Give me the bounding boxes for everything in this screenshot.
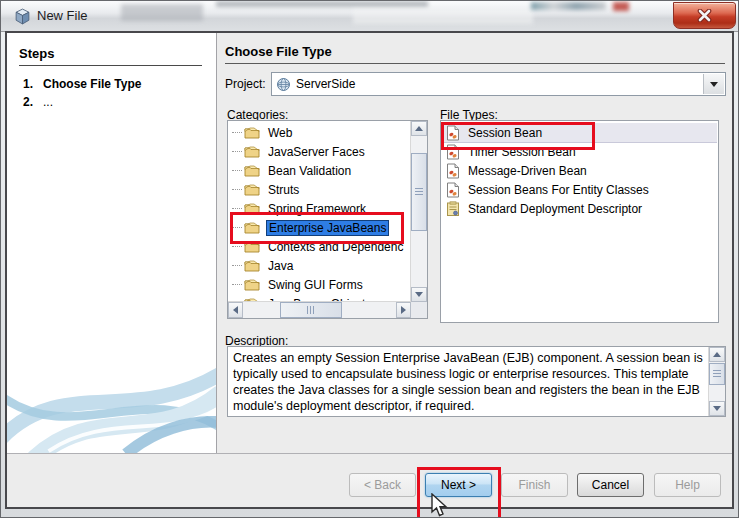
project-label: Project: xyxy=(225,77,266,91)
bean-file-icon xyxy=(446,163,460,179)
folder-icon xyxy=(244,278,260,291)
category-item[interactable]: Swing GUI Forms xyxy=(228,275,410,294)
scrollbar-grip xyxy=(415,188,423,197)
description-box[interactable]: Creates an empty Session Enterprise Java… xyxy=(227,346,726,417)
scroll-down-button[interactable] xyxy=(411,287,427,302)
arrow-up-icon xyxy=(713,348,721,357)
main-panel: Choose File Type Project: ServerSide Cat… xyxy=(217,33,732,454)
category-item[interactable]: JavaServer Faces xyxy=(228,142,410,161)
categories-list[interactable]: WebJavaServer FacesBean ValidationStruts… xyxy=(227,120,428,319)
arrow-up-icon xyxy=(415,122,423,131)
close-x-icon xyxy=(697,9,712,22)
project-combobox[interactable]: ServerSide xyxy=(271,72,726,96)
tree-connector xyxy=(232,189,242,190)
title-bar[interactable]: New File xyxy=(1,1,738,32)
tree-connector xyxy=(232,132,242,133)
descriptor-file-icon xyxy=(446,201,460,217)
globe-icon xyxy=(276,77,291,92)
tree-connector xyxy=(232,246,242,247)
step-item: 1.Choose File Type xyxy=(23,77,210,91)
category-item[interactable]: Contexts and Dependenc xyxy=(228,237,410,256)
categories-horizontal-scrollbar[interactable] xyxy=(228,301,411,318)
scroll-up-button[interactable] xyxy=(709,347,725,362)
folder-icon xyxy=(244,126,260,139)
scrollbar-thumb[interactable] xyxy=(411,153,427,231)
folder-icon xyxy=(244,240,260,253)
filetype-label: Message-Driven Bean xyxy=(468,164,587,178)
step-number: 1. xyxy=(23,77,43,91)
background-blur-blob xyxy=(121,4,203,21)
scrollbar-corner xyxy=(411,302,427,318)
bean-file-icon xyxy=(446,125,460,141)
category-label: Swing GUI Forms xyxy=(266,278,365,292)
window-title: New File xyxy=(37,1,88,31)
category-label: JavaServer Faces xyxy=(266,145,367,159)
netbeans-cube-icon xyxy=(14,8,31,29)
folder-icon xyxy=(244,221,260,234)
filetype-item[interactable]: Session Beans For Entity Classes xyxy=(442,180,717,199)
back-button: < Back xyxy=(349,473,416,497)
tree-connector xyxy=(232,208,242,209)
filetype-label: Session Beans For Entity Classes xyxy=(468,183,649,197)
category-item[interactable]: Spring Framework xyxy=(228,199,410,218)
project-value: ServerSide xyxy=(296,77,355,91)
filetype-item[interactable]: Standard Deployment Descriptor xyxy=(442,199,717,218)
help-button: Help xyxy=(654,473,721,497)
category-label: Struts xyxy=(266,183,301,197)
bean-file-icon xyxy=(446,182,460,198)
step-number: 2. xyxy=(23,95,43,109)
filetype-item[interactable]: Timer Session Bean xyxy=(442,142,717,161)
new-file-dialog: New File Steps 1.Choose File Type2.... xyxy=(0,0,739,518)
scrollbar-thumb[interactable] xyxy=(709,363,725,385)
scroll-left-button[interactable] xyxy=(228,302,243,318)
close-button[interactable] xyxy=(673,2,736,29)
filetype-label: Session Bean xyxy=(468,126,542,140)
category-item[interactable]: Enterprise JavaBeans xyxy=(228,218,410,237)
category-item[interactable]: JavaBeans Objects xyxy=(228,294,410,301)
scroll-right-button[interactable] xyxy=(396,302,411,318)
scroll-down-button[interactable] xyxy=(709,401,725,416)
categories-vertical-scrollbar[interactable] xyxy=(410,121,427,302)
combo-dropdown-button[interactable] xyxy=(703,74,724,94)
category-item[interactable]: Struts xyxy=(228,180,410,199)
categories-rows: WebJavaServer FacesBean ValidationStruts… xyxy=(228,123,410,301)
arrow-down-icon xyxy=(415,292,423,301)
scrollbar-grip xyxy=(307,306,316,314)
next-button[interactable]: Next > xyxy=(425,473,492,497)
description-scrollbar[interactable] xyxy=(708,347,725,416)
wizard-watermark-graphic xyxy=(7,362,216,454)
background-blur-blob xyxy=(531,2,606,10)
folder-icon xyxy=(244,183,260,196)
divider xyxy=(225,63,725,64)
steps-list: 1.Choose File Type2.... xyxy=(23,77,210,113)
filetype-label: Timer Session Bean xyxy=(468,145,576,159)
category-label: Java xyxy=(266,259,295,273)
chevron-down-icon xyxy=(710,82,718,91)
description-text: Creates an empty Session Enterprise Java… xyxy=(233,350,703,414)
category-item[interactable]: Bean Validation xyxy=(228,161,410,180)
filetype-item[interactable]: Session Bean xyxy=(442,123,717,142)
category-item[interactable]: Web xyxy=(228,123,410,142)
background-blur-blob xyxy=(216,1,428,7)
folder-icon xyxy=(244,202,260,215)
category-label: Enterprise JavaBeans xyxy=(266,220,389,236)
filetype-item[interactable]: Message-Driven Bean xyxy=(442,161,717,180)
bean-file-icon xyxy=(446,144,460,160)
scroll-up-button[interactable] xyxy=(411,121,427,136)
tree-connector xyxy=(232,265,242,266)
arrow-right-icon xyxy=(401,306,410,314)
filetypes-list[interactable]: Session BeanTimer Session BeanMessage-Dr… xyxy=(440,120,719,323)
arrow-down-icon xyxy=(713,406,721,415)
step-label: ... xyxy=(43,95,53,109)
scrollbar-thumb[interactable] xyxy=(280,302,342,318)
tree-connector xyxy=(232,151,242,152)
category-item[interactable]: Java xyxy=(228,256,410,275)
steps-title: Steps xyxy=(19,46,54,61)
step-label: Choose File Type xyxy=(43,77,141,91)
category-label: Web xyxy=(266,126,294,140)
category-label: Spring Framework xyxy=(266,202,368,216)
background-blur-blob xyxy=(353,9,533,24)
finish-button: Finish xyxy=(501,473,568,497)
folder-icon xyxy=(244,145,260,158)
cancel-button[interactable]: Cancel xyxy=(577,473,644,497)
